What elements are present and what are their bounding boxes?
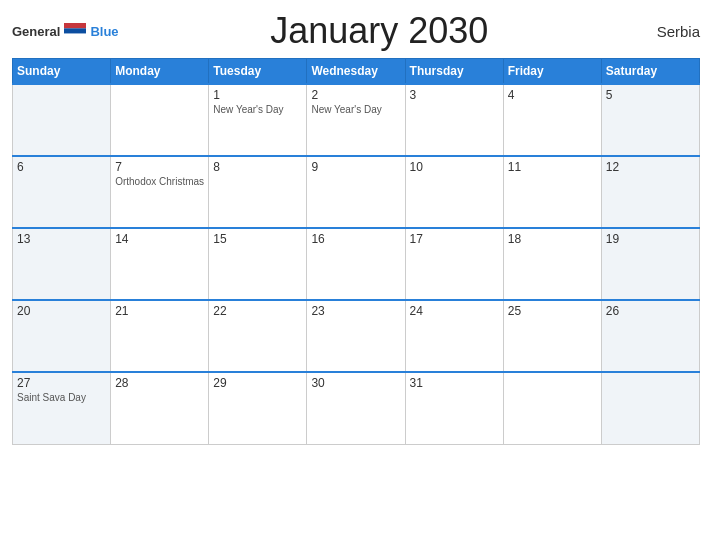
day-cell: 18 bbox=[503, 228, 601, 300]
day-cell: 31 bbox=[405, 372, 503, 444]
day-number: 13 bbox=[17, 232, 106, 246]
day-cell: 12 bbox=[601, 156, 699, 228]
day-number: 23 bbox=[311, 304, 400, 318]
day-event-label: Saint Sava Day bbox=[17, 392, 106, 403]
day-cell bbox=[601, 372, 699, 444]
col-sunday: Sunday bbox=[13, 59, 111, 85]
day-cell: 7Orthodox Christmas bbox=[111, 156, 209, 228]
day-event-label: Orthodox Christmas bbox=[115, 176, 204, 187]
day-cell: 13 bbox=[13, 228, 111, 300]
day-number: 27 bbox=[17, 376, 106, 390]
col-tuesday: Tuesday bbox=[209, 59, 307, 85]
day-number: 14 bbox=[115, 232, 204, 246]
day-number: 30 bbox=[311, 376, 400, 390]
svg-rect-2 bbox=[64, 34, 86, 39]
day-number: 18 bbox=[508, 232, 597, 246]
day-cell: 6 bbox=[13, 156, 111, 228]
day-number: 10 bbox=[410, 160, 499, 174]
svg-rect-0 bbox=[64, 23, 86, 28]
day-cell: 24 bbox=[405, 300, 503, 372]
day-cell: 20 bbox=[13, 300, 111, 372]
week-row-5: 27Saint Sava Day28293031 bbox=[13, 372, 700, 444]
day-cell: 25 bbox=[503, 300, 601, 372]
day-number: 11 bbox=[508, 160, 597, 174]
calendar-header: General Blue January 2030 Serbia bbox=[12, 10, 700, 52]
day-number: 31 bbox=[410, 376, 499, 390]
col-saturday: Saturday bbox=[601, 59, 699, 85]
day-number: 8 bbox=[213, 160, 302, 174]
day-number: 26 bbox=[606, 304, 695, 318]
week-row-1: 1New Year's Day2New Year's Day345 bbox=[13, 84, 700, 156]
day-event-label: New Year's Day bbox=[311, 104, 400, 115]
col-thursday: Thursday bbox=[405, 59, 503, 85]
col-monday: Monday bbox=[111, 59, 209, 85]
day-cell: 14 bbox=[111, 228, 209, 300]
day-cell bbox=[13, 84, 111, 156]
calendar-table: Sunday Monday Tuesday Wednesday Thursday… bbox=[12, 58, 700, 445]
day-number: 7 bbox=[115, 160, 204, 174]
day-cell: 28 bbox=[111, 372, 209, 444]
calendar-wrapper: General Blue January 2030 Serbia Sunday … bbox=[0, 0, 712, 550]
weekday-header-row: Sunday Monday Tuesday Wednesday Thursday… bbox=[13, 59, 700, 85]
logo-flag-icon bbox=[64, 23, 86, 39]
day-event-label: New Year's Day bbox=[213, 104, 302, 115]
day-number: 17 bbox=[410, 232, 499, 246]
day-cell: 3 bbox=[405, 84, 503, 156]
day-number: 6 bbox=[17, 160, 106, 174]
week-row-4: 20212223242526 bbox=[13, 300, 700, 372]
day-number: 29 bbox=[213, 376, 302, 390]
day-number: 2 bbox=[311, 88, 400, 102]
day-cell: 2New Year's Day bbox=[307, 84, 405, 156]
day-cell bbox=[111, 84, 209, 156]
day-cell: 11 bbox=[503, 156, 601, 228]
day-number: 24 bbox=[410, 304, 499, 318]
week-row-3: 13141516171819 bbox=[13, 228, 700, 300]
day-number: 1 bbox=[213, 88, 302, 102]
day-cell: 16 bbox=[307, 228, 405, 300]
day-cell bbox=[503, 372, 601, 444]
day-number: 15 bbox=[213, 232, 302, 246]
col-friday: Friday bbox=[503, 59, 601, 85]
day-cell: 29 bbox=[209, 372, 307, 444]
day-cell: 27Saint Sava Day bbox=[13, 372, 111, 444]
day-cell: 9 bbox=[307, 156, 405, 228]
logo-general-text: General bbox=[12, 24, 60, 39]
day-cell: 19 bbox=[601, 228, 699, 300]
svg-rect-1 bbox=[64, 28, 86, 33]
day-cell: 30 bbox=[307, 372, 405, 444]
day-cell: 1New Year's Day bbox=[209, 84, 307, 156]
day-cell: 21 bbox=[111, 300, 209, 372]
day-number: 3 bbox=[410, 88, 499, 102]
day-number: 20 bbox=[17, 304, 106, 318]
day-cell: 8 bbox=[209, 156, 307, 228]
day-cell: 4 bbox=[503, 84, 601, 156]
day-number: 5 bbox=[606, 88, 695, 102]
day-cell: 17 bbox=[405, 228, 503, 300]
day-number: 4 bbox=[508, 88, 597, 102]
day-number: 25 bbox=[508, 304, 597, 318]
calendar-title: January 2030 bbox=[119, 10, 640, 52]
day-number: 21 bbox=[115, 304, 204, 318]
day-cell: 5 bbox=[601, 84, 699, 156]
country-label: Serbia bbox=[640, 23, 700, 40]
day-number: 16 bbox=[311, 232, 400, 246]
day-cell: 15 bbox=[209, 228, 307, 300]
day-number: 19 bbox=[606, 232, 695, 246]
day-cell: 26 bbox=[601, 300, 699, 372]
day-cell: 23 bbox=[307, 300, 405, 372]
logo-blue-text: Blue bbox=[90, 24, 118, 39]
day-cell: 22 bbox=[209, 300, 307, 372]
week-row-2: 67Orthodox Christmas89101112 bbox=[13, 156, 700, 228]
day-number: 28 bbox=[115, 376, 204, 390]
day-number: 22 bbox=[213, 304, 302, 318]
day-number: 9 bbox=[311, 160, 400, 174]
day-cell: 10 bbox=[405, 156, 503, 228]
col-wednesday: Wednesday bbox=[307, 59, 405, 85]
day-number: 12 bbox=[606, 160, 695, 174]
logo: General Blue bbox=[12, 23, 119, 39]
